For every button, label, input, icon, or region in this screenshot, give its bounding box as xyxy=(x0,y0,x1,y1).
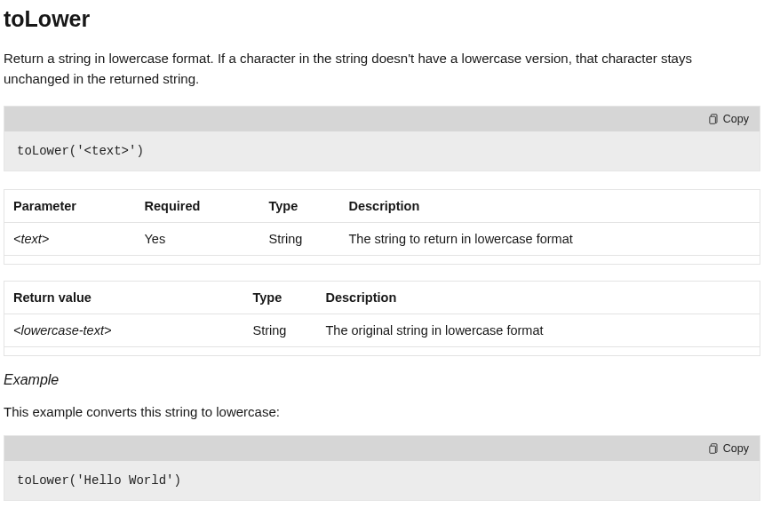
col-return-value: Return value xyxy=(4,281,246,314)
col-type: Type xyxy=(246,281,319,314)
col-description: Description xyxy=(319,281,760,314)
example-intro: This example converts this string to low… xyxy=(4,404,760,419)
col-type: Type xyxy=(262,189,342,222)
table-header-row: Return value Type Description xyxy=(4,281,760,314)
col-parameter: Parameter xyxy=(4,189,138,222)
copy-button-label: Copy xyxy=(723,442,749,455)
table-row: <lowercase-text> String The original str… xyxy=(4,314,760,346)
parameters-table: Parameter Required Type Description <tex… xyxy=(4,189,760,265)
table-spacer xyxy=(4,255,760,264)
return-name: <lowercase-text> xyxy=(13,323,111,337)
return-type: String xyxy=(246,314,319,346)
col-description: Description xyxy=(342,189,760,222)
param-required: Yes xyxy=(138,222,262,255)
param-type: String xyxy=(262,222,342,255)
return-value-table: Return value Type Description <lowercase… xyxy=(4,281,760,356)
code-toolbar: Copy xyxy=(4,436,760,461)
example-heading: Example xyxy=(4,372,760,388)
col-required: Required xyxy=(138,189,262,222)
copy-button[interactable]: Copy xyxy=(705,111,751,127)
param-name: <text> xyxy=(13,232,49,246)
syntax-code-text: toLower('<text>') xyxy=(4,131,760,171)
copy-button-label: Copy xyxy=(723,113,749,125)
function-description: Return a string in lowercase format. If … xyxy=(4,48,760,90)
table-spacer xyxy=(4,346,760,355)
copy-icon xyxy=(707,113,719,125)
copy-button[interactable]: Copy xyxy=(705,441,751,457)
return-desc: The original string in lowercase format xyxy=(319,314,760,346)
table-header-row: Parameter Required Type Description xyxy=(4,189,760,222)
example-code-block: Copy toLower('Hello World') xyxy=(4,435,760,501)
syntax-code-block: Copy toLower('<text>') xyxy=(4,106,760,171)
svg-rect-0 xyxy=(710,116,716,123)
page-title: toLower xyxy=(4,5,760,32)
table-row: <text> Yes String The string to return i… xyxy=(4,222,760,255)
example-code-text: toLower('Hello World') xyxy=(4,461,760,500)
code-toolbar: Copy xyxy=(4,107,760,131)
param-desc: The string to return in lowercase format xyxy=(342,222,760,255)
svg-rect-1 xyxy=(710,446,716,453)
copy-icon xyxy=(707,442,719,455)
